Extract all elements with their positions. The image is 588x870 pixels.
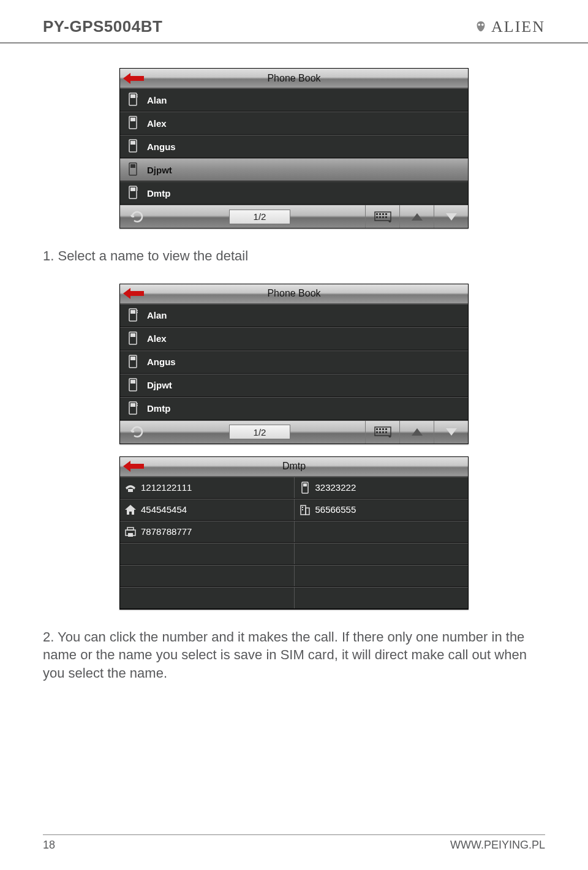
contact-row[interactable]: Alan [120, 304, 468, 327]
contact-name: Alex [147, 333, 167, 344]
detail-cell-office[interactable]: 56566555 [295, 499, 469, 520]
phone-icon [120, 308, 147, 323]
instruction-step-1: 1. Select a name to view the detail [43, 247, 545, 265]
phone-icon [120, 355, 147, 369]
phone-icon [120, 331, 147, 346]
contact-name: Alan [147, 310, 167, 320]
contact-row[interactable]: Alex [120, 112, 468, 135]
page-header: PY-GPS5004BT ALIEN [0, 0, 588, 44]
detail-cell-empty [295, 521, 469, 542]
detail-cell-empty [120, 543, 295, 564]
detail-cell-fax[interactable]: 7878788777 [120, 521, 295, 542]
contact-name: Dmtp [147, 403, 170, 414]
svg-point-2 [137, 94, 138, 96]
svg-rect-54 [127, 528, 134, 530]
refresh-button[interactable] [120, 205, 154, 228]
contact-row[interactable]: Angus [120, 350, 468, 374]
contact-row[interactable]: Dmtp [120, 397, 468, 420]
svg-rect-50 [306, 508, 309, 515]
svg-rect-20 [379, 216, 381, 218]
alien-head-icon [474, 20, 488, 34]
bottom-toolbar: 1/2 [120, 420, 468, 444]
phone-icon [120, 139, 147, 154]
contact-name: Djpwt [147, 380, 172, 390]
detail-cell-empty [295, 543, 469, 564]
svg-rect-45 [385, 431, 387, 433]
svg-rect-9 [130, 164, 135, 168]
down-button[interactable] [434, 205, 468, 228]
contact-row[interactable]: Alex [120, 327, 468, 350]
contact-row[interactable]: Djpwt [120, 374, 468, 397]
svg-rect-11 [130, 187, 135, 191]
up-button[interactable] [399, 421, 434, 444]
home-number: 454545454 [141, 504, 187, 515]
keyboard-button[interactable] [365, 205, 399, 228]
screen-title: Phone Book [120, 288, 468, 299]
svg-rect-18 [385, 213, 387, 215]
phone-icon [120, 116, 147, 130]
model-code: PY-GPS5004BT [43, 17, 162, 36]
title-bar: Phone Book [120, 284, 468, 304]
detail-cell-home[interactable]: 454545454 [120, 499, 295, 520]
svg-rect-17 [382, 213, 384, 215]
svg-rect-21 [382, 216, 384, 218]
footer-url: WWW.PEIYING.PL [450, 839, 545, 852]
contact-name: Djpwt [147, 165, 172, 175]
page-number-box: 1/2 [229, 210, 290, 224]
down-button[interactable] [434, 421, 468, 444]
svg-rect-22 [385, 216, 387, 218]
svg-rect-51 [302, 507, 303, 508]
svg-point-26 [137, 312, 138, 313]
contact-row-selected[interactable]: Djpwt [120, 158, 468, 181]
svg-rect-7 [130, 141, 135, 145]
back-button[interactable] [120, 73, 147, 84]
home-icon [120, 504, 141, 515]
contact-row[interactable]: Alan [120, 88, 468, 112]
telephone-icon [120, 483, 141, 493]
detail-cell-empty [120, 566, 295, 586]
brand-text: ALIEN [491, 18, 545, 36]
title-bar: Dmtp [120, 457, 468, 477]
svg-rect-55 [128, 533, 133, 537]
back-button[interactable] [120, 288, 147, 299]
phone-icon [120, 378, 147, 393]
contact-name: Alex [147, 118, 167, 129]
svg-rect-30 [130, 357, 135, 360]
page-number-box: 1/2 [229, 425, 290, 439]
office-icon [295, 504, 315, 515]
detail-cell-phone[interactable]: 1212122111 [120, 477, 295, 498]
svg-rect-16 [379, 213, 381, 215]
screenshot-contact-detail: Dmtp 1212122111 32323222 454545454 [119, 456, 469, 610]
detail-cell-empty [295, 566, 469, 586]
contact-name: Angus [147, 357, 176, 367]
svg-rect-32 [130, 380, 135, 384]
contact-name: Angus [147, 142, 176, 152]
svg-rect-42 [376, 431, 378, 433]
screenshot-phonebook-selected: Phone Book Alan Alex Angus Djpwt Dmtp [119, 68, 469, 229]
phone-icon [120, 93, 147, 107]
mobile-icon [295, 482, 315, 494]
svg-rect-24 [130, 310, 135, 314]
office-number: 56566555 [315, 504, 356, 515]
keyboard-button[interactable] [365, 421, 399, 444]
phone-icon [120, 186, 147, 200]
detail-cell-empty [295, 588, 469, 608]
svg-point-13 [137, 189, 138, 191]
phone-icon [120, 401, 147, 416]
detail-cell-mobile[interactable]: 32323222 [295, 477, 469, 498]
screenshot-phonebook: Phone Book Alan Alex Angus Djpwt Dmtp [119, 284, 469, 444]
svg-point-25 [137, 310, 138, 311]
page-number: 18 [43, 839, 55, 852]
svg-rect-39 [379, 428, 381, 430]
instruction-step-2: 2. You can click the number and it makes… [43, 628, 545, 683]
contact-row[interactable]: Dmtp [120, 181, 468, 205]
svg-rect-40 [382, 428, 384, 430]
contact-row[interactable]: Angus [120, 135, 468, 158]
svg-rect-41 [385, 428, 387, 430]
screen-title: Dmtp [120, 461, 468, 472]
contact-name: Dmtp [147, 188, 170, 199]
up-button[interactable] [399, 205, 434, 228]
back-button[interactable] [120, 461, 147, 472]
refresh-button[interactable] [120, 421, 154, 444]
page-footer: 18 WWW.PEIYING.PL [43, 834, 545, 852]
